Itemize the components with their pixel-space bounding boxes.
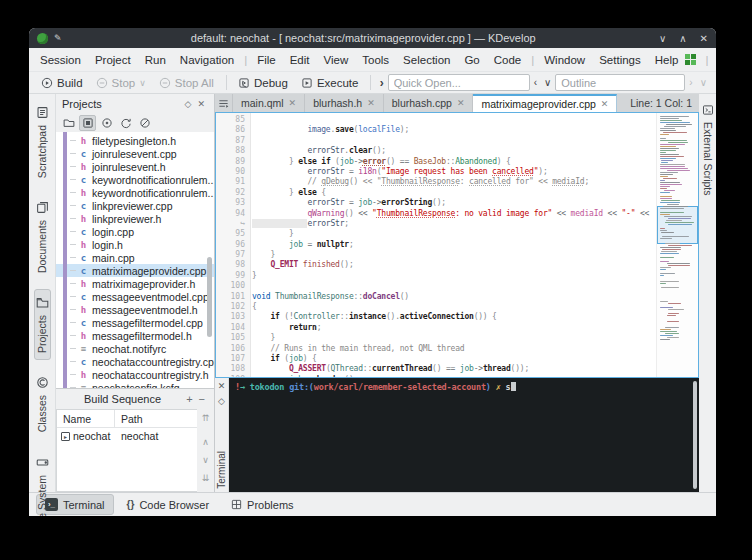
code-line-content: job = nullptr; [250,240,354,250]
add-build-item-button[interactable]: + [183,393,195,405]
close-panel-icon[interactable]: ✕ [194,99,208,109]
cpp-file-icon: c [78,201,89,211]
wrap-marker: ↪ [216,219,250,229]
tree-item[interactable]: hneochataccountregistry.h [56,368,214,381]
tree-item[interactable]: clinkpreviewer.cpp [56,199,214,212]
debug-button[interactable]: Debug [232,75,294,91]
tree-item[interactable]: hkeywordnotificationrulem... [56,186,214,199]
column-header-path[interactable]: Path [115,413,143,425]
menu-help[interactable]: Help [648,51,686,69]
close-tab-icon[interactable]: ✕ [457,98,465,108]
tree-item[interactable]: cneochataccountregistry.cpp [56,355,214,368]
h-file-icon: h [78,188,89,198]
stop-button[interactable]: Stop∨ [90,75,152,91]
code-area[interactable]: 8586 image.save(localFile);8788 errorStr… [216,113,656,377]
filter-icon[interactable] [136,115,153,131]
code-line-content: } [250,229,294,239]
project-targets-icon[interactable] [79,115,96,131]
close-tab-icon[interactable]: ✕ [601,99,609,109]
dock-tab-projects[interactable]: Projects [34,289,51,360]
tree-scrollbar[interactable] [207,257,212,337]
nav-dropdown-icon[interactable]: ∨ [541,77,554,88]
menu-code[interactable]: Code [487,51,529,69]
tree-item[interactable]: hjoinrulesevent.h [56,160,214,173]
menu-settings[interactable]: Settings [592,51,648,69]
maximize-button[interactable]: ∧ [679,33,686,44]
menu-go[interactable]: Go [457,51,486,69]
nav-back-icon[interactable]: ‹ [531,77,540,88]
tree-item[interactable]: cmessagefiltermodel.cpp [56,316,214,329]
menu-view[interactable]: View [317,51,356,69]
editor-tab-matriximageprovider.cpp[interactable]: matriximageprovider.cpp✕ [473,94,617,112]
quick-open-input[interactable] [388,74,530,91]
menu-file[interactable]: File [250,51,283,69]
build-button[interactable]: Build [35,75,89,91]
menu-run[interactable]: Run [138,51,173,69]
nav-forward-dropdown-icon[interactable]: ∨ [697,77,710,88]
tree-item[interactable]: cmatriximageprovider.cpp [56,264,214,277]
tree-item[interactable]: cmain.cpp [56,251,214,264]
menu-selection[interactable]: Selection [396,51,457,69]
dock-tab-external-scripts[interactable]: External Scripts [700,97,716,203]
tree-item[interactable]: cmessageeventmodel.cpp [56,290,214,303]
terminal-screen[interactable]: !→ tokodon git:(work/carl/remember-selec… [229,378,699,492]
tree-item[interactable]: clogin.cpp [56,225,214,238]
menu-window[interactable]: Window [537,51,592,69]
float-terminal-icon[interactable]: ◇ [218,396,225,406]
minimap-line [660,192,670,193]
remove-build-item-button[interactable]: − [196,393,208,405]
outline-input[interactable] [555,74,685,91]
refresh-icon[interactable] [117,115,134,131]
move-up-button[interactable]: ∧ [202,437,209,447]
close-tab-icon[interactable]: ✕ [367,98,375,108]
statusbar-code-browser-button[interactable]: {} Code Browser [118,495,219,515]
tree-item[interactable]: hlogin.h [56,238,214,251]
move-top-button[interactable]: ⇈ [202,413,210,423]
move-bottom-button[interactable]: ⇊ [202,473,210,483]
minimize-button[interactable]: ∨ [659,33,666,44]
toolbar-overflow-icon[interactable]: › [377,76,387,90]
tree-item[interactable]: cjoinrulesevent.cpp [56,147,214,160]
tree-item-label: keywordnotificationrulem... [92,187,214,199]
editor-tab-blurhash.cpp[interactable]: blurhash.cpp✕ [384,94,474,112]
tree-item[interactable]: hmatriximageprovider.h [56,277,214,290]
float-panel-icon[interactable]: ◇ [182,99,195,109]
tree-item[interactable]: ckeywordnotificationrulem... [56,173,214,186]
minimap[interactable] [656,113,698,377]
build-sequence-row[interactable]: ▸neochatneochat [57,428,197,444]
nav-forward-icon[interactable]: › [686,77,695,88]
open-folder-icon[interactable] [60,115,77,131]
execute-button[interactable]: Execute [295,75,365,91]
close-button[interactable]: ✕ [700,33,708,44]
terminal-scrollbar[interactable] [693,381,697,489]
menu-edit[interactable]: Edit [283,51,317,69]
menu-session[interactable]: Session [33,51,88,69]
tree-item[interactable]: hmessageeventmodel.h [56,303,214,316]
statusbar-problems-button[interactable]: Problems [222,495,302,515]
document-switcher-icon[interactable] [215,94,233,112]
tree-item[interactable]: ≡neochatconfig.kcfg [56,381,214,388]
tree-item[interactable]: hmessagefiltermodel.h [56,329,214,342]
stop-all-button[interactable]: Stop All [153,75,220,91]
editor-tab-main.qml[interactable]: main.qml✕ [233,94,305,112]
menu-tools[interactable]: Tools [355,51,396,69]
locate-document-icon[interactable] [98,115,115,131]
close-tab-icon[interactable]: ✕ [289,98,297,108]
tree-item[interactable]: ≡neochat.notifyrc [56,342,214,355]
menu-navigation[interactable]: Navigation [173,51,241,69]
code-editor[interactable]: 8586 image.save(localFile);8788 errorStr… [215,112,699,378]
tree-item[interactable]: hlinkpreviewer.h [56,212,214,225]
close-terminal-icon[interactable]: ✕ [218,381,226,391]
tree-item[interactable]: hfiletypesingleton.h [56,134,214,147]
column-header-name[interactable]: Name [57,410,115,427]
titlebar[interactable]: ✎ default: neochat - [ neochat:src/matri… [29,28,716,48]
dock-tab-documents[interactable]: Documents [34,194,51,280]
menu-project[interactable]: Project [88,51,138,69]
dock-tab-scratchpad[interactable]: Scratchpad [34,99,51,185]
move-down-button[interactable]: ∨ [202,455,209,465]
dock-tab-file-system[interactable]: File System [34,449,51,516]
editor-tab-blurhash.h[interactable]: blurhash.h✕ [305,94,384,112]
area-switcher-icon[interactable] [685,54,696,65]
build-sequence-title: Build Sequence [62,393,183,405]
dock-tab-classes[interactable]: Classes [34,369,51,439]
